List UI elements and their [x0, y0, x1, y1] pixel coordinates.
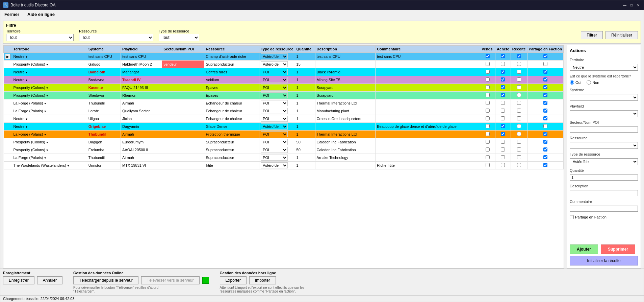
enregistrer-button[interactable]: Enregistrer — [3, 276, 34, 284]
achete-cell[interactable] — [495, 115, 511, 123]
achete-checkbox[interactable] — [501, 124, 505, 128]
achete-checkbox[interactable] — [501, 101, 505, 105]
vends-cell[interactable] — [480, 107, 495, 115]
table-row[interactable]: Prosperity (Colons) ▼ErelumbaAAOAI 20500… — [4, 146, 564, 154]
vends-cell[interactable] — [480, 131, 495, 138]
minimize-button[interactable]: — — [622, 2, 627, 8]
partage-cell[interactable] — [527, 138, 563, 146]
recolte-cell[interactable] — [511, 61, 527, 68]
achete-checkbox[interactable] — [501, 155, 505, 159]
oui-radio-label[interactable]: Oui — [570, 80, 581, 85]
recolte-checkbox[interactable] — [517, 93, 521, 97]
partage-cell[interactable] — [527, 61, 563, 68]
recolte-checkbox[interactable] — [517, 77, 521, 82]
type-cell[interactable]: AstéroïdePOI — [259, 92, 295, 99]
type-cell[interactable]: AstéroïdePOI — [259, 76, 295, 84]
partage-checkbox[interactable] — [543, 101, 547, 105]
table-row[interactable]: La Forge (Polaris) ▼ThubundilAirmahSupra… — [4, 154, 564, 162]
vends-checkbox[interactable] — [486, 93, 490, 97]
territoire-dropdown-arrow[interactable]: ▼ — [25, 55, 28, 59]
actions-playfield-select[interactable] — [570, 110, 638, 117]
type-cell[interactable]: AstéroïdePOI — [259, 53, 295, 61]
vends-checkbox[interactable] — [486, 85, 490, 89]
type-cell[interactable]: AstéroïdePOI — [259, 84, 295, 92]
territoire-dropdown-arrow[interactable]: ▼ — [25, 79, 28, 82]
partage-cell[interactable] — [527, 131, 563, 138]
territoire-dropdown-arrow[interactable]: ▼ — [45, 87, 49, 90]
achete-cell[interactable] — [495, 53, 511, 61]
partage-checkbox[interactable] — [543, 62, 547, 66]
type-select[interactable]: AstéroïdePOI — [261, 116, 288, 122]
vends-checkbox[interactable] — [486, 155, 490, 159]
territoire-dropdown-arrow[interactable]: ▼ — [43, 102, 47, 105]
recolte-checkbox[interactable] — [517, 147, 521, 152]
partage-cell[interactable] — [527, 154, 563, 162]
type-select[interactable]: AstéroïdePOI — [261, 53, 288, 60]
achete-cell[interactable] — [495, 76, 511, 84]
achete-checkbox[interactable] — [501, 93, 505, 97]
achete-checkbox[interactable] — [501, 116, 505, 120]
actions-type-ressource-select[interactable]: Astéroïde POI — [570, 158, 638, 165]
recolte-cell[interactable] — [511, 92, 527, 99]
partage-cell[interactable] — [527, 84, 563, 92]
type-select[interactable]: AstéroïdePOI — [261, 108, 288, 114]
achete-cell[interactable] — [495, 99, 511, 107]
partage-checkbox[interactable] — [570, 215, 574, 219]
non-radio[interactable] — [587, 80, 591, 85]
type-select[interactable]: AstéroïdePOI — [261, 131, 288, 137]
partage-cell[interactable] — [527, 162, 563, 169]
recolte-cell[interactable] — [511, 99, 527, 107]
non-radio-label[interactable]: Non — [587, 80, 599, 85]
partage-checkbox[interactable] — [543, 109, 547, 113]
table-row[interactable]: La Forge (Polaris) ▼LoratziQuallyam Sect… — [4, 107, 564, 115]
partage-cell[interactable] — [527, 53, 563, 61]
partage-cell[interactable] — [527, 92, 563, 99]
vends-cell[interactable] — [480, 154, 495, 162]
type-cell[interactable]: AstéroïdePOI — [259, 131, 295, 138]
type-select[interactable]: AstéroïdePOI — [261, 69, 288, 75]
type-ressource-filter-select[interactable]: Tout Astéroïde POI — [159, 34, 199, 41]
table-row[interactable]: Neutre ▼BrodavnaTsaandi IVVoidiumAstéroï… — [4, 76, 564, 84]
vends-cell[interactable] — [480, 53, 495, 61]
territoire-dropdown-arrow[interactable]: ▼ — [45, 94, 49, 97]
type-cell[interactable]: AstéroïdePOI — [259, 138, 295, 146]
achete-cell[interactable] — [495, 123, 511, 131]
actions-commentaire-input[interactable] — [570, 206, 638, 212]
achete-cell[interactable] — [495, 138, 511, 146]
actions-quantite-input[interactable] — [570, 175, 638, 181]
type-select[interactable]: AstéroïdePOI — [261, 100, 288, 106]
reinitialiser-button[interactable]: Réinitialiser — [606, 31, 638, 39]
actions-secteur-input[interactable] — [570, 126, 638, 133]
territoire-dropdown-arrow[interactable]: ▼ — [25, 125, 28, 129]
partage-checkbox[interactable] — [543, 116, 547, 120]
table-row[interactable]: The Wastelands (Wastelanders) ▼UnristorM… — [4, 162, 564, 169]
partage-cell[interactable] — [527, 68, 563, 76]
type-select[interactable]: AstéroïdePOI — [261, 61, 288, 67]
type-cell[interactable]: AstéroïdePOI — [259, 115, 295, 123]
table-row[interactable]: La Forge (Polaris) ▼ThubundilAirmahProte… — [4, 131, 564, 138]
ajouter-button[interactable]: Ajouter — [570, 245, 598, 254]
achete-checkbox[interactable] — [501, 163, 505, 167]
territoire-dropdown-arrow[interactable]: ▼ — [43, 133, 47, 136]
table-row[interactable]: Neutre ▼Grigeb-aeDagyaminGlace DenseAsté… — [4, 123, 564, 131]
territoire-dropdown-arrow[interactable]: ▼ — [45, 63, 49, 66]
type-select[interactable]: AstéroïdePOI — [261, 155, 288, 161]
actions-description-input[interactable] — [570, 190, 638, 196]
table-row[interactable]: Prosperity (Colons) ▼Kasen-eFAQU 21493 I… — [4, 84, 564, 92]
type-cell[interactable]: AstéroïdePOI — [259, 146, 295, 154]
territoire-dropdown-arrow[interactable]: ▼ — [25, 71, 28, 74]
table-row[interactable]: Prosperity (Colons) ▼GalugoHaldereth Moo… — [4, 61, 564, 68]
type-cell[interactable]: AstéroïdePOI — [259, 107, 295, 115]
vends-cell[interactable] — [480, 138, 495, 146]
close-button[interactable]: ✕ — [636, 2, 641, 8]
menu-aide[interactable]: Aide en ligne — [26, 11, 56, 18]
type-cell[interactable]: AstéroïdePOI — [259, 61, 295, 68]
achete-checkbox[interactable] — [501, 132, 505, 136]
recolte-checkbox[interactable] — [517, 124, 521, 128]
vends-checkbox[interactable] — [486, 163, 490, 167]
territoire-dropdown-arrow[interactable]: ▼ — [43, 157, 47, 160]
achete-cell[interactable] — [495, 131, 511, 138]
importer-button[interactable]: Importer — [249, 276, 276, 284]
achete-cell[interactable] — [495, 84, 511, 92]
vends-cell[interactable] — [480, 68, 495, 76]
